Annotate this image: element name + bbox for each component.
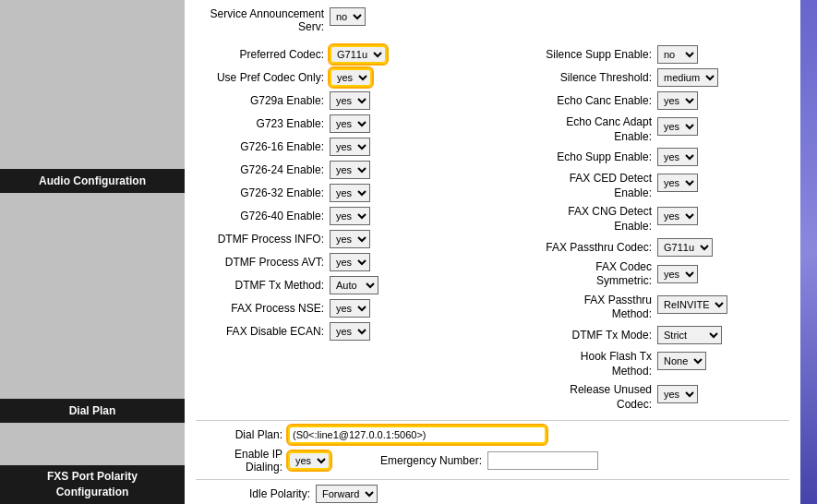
audio-config-header bbox=[196, 35, 789, 41]
g723-enable-row: G723 Enable: yesno bbox=[196, 114, 510, 134]
echo-supp-enable-select[interactable]: yesno bbox=[657, 148, 698, 166]
echo-canc-adapt-enable-select[interactable]: yesno bbox=[657, 117, 698, 136]
audio-config-form: Preferred Codec: G711uG711aG729a Use Pre… bbox=[196, 44, 789, 414]
dial-plan-section: Dial Plan: Enable IP Dialing: yesno Emer… bbox=[196, 420, 789, 474]
g729a-enable-row: G729a Enable: yesno bbox=[196, 90, 510, 111]
fax-codec-symmetric-label: FAX CodecSymmetric: bbox=[510, 260, 657, 289]
sidebar-item-dial-plan[interactable]: Dial Plan bbox=[0, 399, 185, 423]
main-content: Service Announcement Serv: no Preferred … bbox=[185, 0, 800, 504]
fax-cng-detect-label: FAX CNG DetectEnable: bbox=[510, 205, 657, 234]
g726-32-enable-label: G726-32 Enable: bbox=[196, 186, 330, 199]
fax-process-nse-row: FAX Process NSE: yesno bbox=[196, 298, 510, 318]
fax-passthru-codec-select[interactable]: G711uG711a bbox=[657, 238, 713, 257]
fax-cng-detect-select[interactable]: yesno bbox=[657, 207, 698, 225]
echo-supp-enable-row: Echo Supp Enable: yesno bbox=[510, 147, 789, 167]
g726-16-enable-row: G726-16 Enable: yesno bbox=[196, 137, 510, 157]
dial-plan-input[interactable] bbox=[288, 426, 547, 444]
silence-supp-enable-label: Silence Supp Enable: bbox=[510, 48, 657, 61]
service-announcement-select[interactable]: no bbox=[330, 7, 366, 26]
enable-ip-dialing-label: Enable IP Dialing: bbox=[196, 448, 288, 474]
use-pref-codec-select[interactable]: yesno bbox=[330, 68, 372, 87]
dtmf-tx-mode-label: DTMF Tx Mode: bbox=[510, 329, 657, 342]
right-scrollbar[interactable] bbox=[800, 0, 817, 504]
g726-40-enable-row: G726-40 Enable: yesno bbox=[196, 206, 510, 226]
use-pref-codec-label: Use Pref Codec Only: bbox=[196, 71, 330, 84]
fax-process-nse-label: FAX Process NSE: bbox=[196, 302, 330, 315]
g726-24-enable-select[interactable]: yesno bbox=[330, 161, 370, 179]
dtmf-process-info-row: DTMF Process INFO: yesno bbox=[196, 229, 510, 249]
dtmf-process-info-label: DTMF Process INFO: bbox=[196, 233, 330, 246]
g726-24-enable-row: G726-24 Enable: yesno bbox=[196, 160, 510, 180]
dial-plan-row: Dial Plan: bbox=[196, 425, 789, 445]
fax-ced-detect-label: FAX CED DetectEnable: bbox=[510, 172, 657, 200]
silence-threshold-select[interactable]: mediumlowhigh bbox=[657, 68, 718, 87]
g726-32-enable-select[interactable]: yesno bbox=[330, 184, 370, 202]
dtmf-tx-method-label: DTMF Tx Method: bbox=[196, 279, 330, 292]
preferred-codec-label: Preferred Codec: bbox=[196, 48, 330, 61]
release-unused-codec-row: Release UnusedCodec: yesno bbox=[510, 381, 789, 412]
idle-polarity-row: Idle Polarity: ForwardReverse bbox=[196, 484, 378, 504]
g723-enable-select[interactable]: yesno bbox=[330, 114, 370, 133]
fax-passthru-method-row: FAX PassthruMethod: ReINVITENSEPassThru bbox=[510, 292, 789, 322]
enable-ip-dialing-select[interactable]: yesno bbox=[288, 451, 330, 470]
silence-threshold-row: Silence Threshold: mediumlowhigh bbox=[510, 67, 789, 88]
fax-process-nse-select[interactable]: yesno bbox=[330, 299, 370, 318]
sidebar-item-audio-config[interactable]: Audio Configuration bbox=[0, 169, 185, 193]
dtmf-tx-mode-select[interactable]: StrictPassthru bbox=[657, 326, 722, 344]
fax-passthru-method-label: FAX PassthruMethod: bbox=[510, 294, 657, 322]
release-unused-codec-label: Release UnusedCodec: bbox=[510, 383, 657, 412]
release-unused-codec-select[interactable]: yesno bbox=[657, 385, 698, 403]
audio-right-col: Silence Supp Enable: noyes Silence Thres… bbox=[510, 44, 789, 414]
fax-disable-ecan-label: FAX Disable ECAN: bbox=[196, 325, 330, 338]
echo-canc-enable-select[interactable]: yesno bbox=[657, 91, 698, 110]
fax-ced-detect-select[interactable]: yesno bbox=[657, 174, 698, 192]
dtmf-tx-mode-row: DTMF Tx Mode: StrictPassthru bbox=[510, 325, 789, 345]
echo-canc-adapt-enable-row: Echo Canc AdaptEnable: yesno bbox=[510, 114, 789, 144]
fax-disable-ecan-row: FAX Disable ECAN: yesno bbox=[196, 321, 510, 342]
g726-24-enable-label: G726-24 Enable: bbox=[196, 163, 330, 176]
dial-plan-second-row: Enable IP Dialing: yesno Emergency Numbe… bbox=[196, 448, 789, 474]
g726-16-enable-select[interactable]: yesno bbox=[330, 138, 370, 156]
g723-enable-label: G723 Enable: bbox=[196, 117, 330, 130]
hook-flash-tx-method-row: Hook Flash TxMethod: NoneAVTFlash bbox=[510, 348, 789, 378]
hook-flash-tx-method-select[interactable]: NoneAVTFlash bbox=[657, 352, 706, 370]
emergency-number-input[interactable] bbox=[487, 451, 598, 470]
preferred-codec-select[interactable]: G711uG711aG729a bbox=[330, 45, 387, 64]
dtmf-process-avt-row: DTMF Process AVT: yesno bbox=[196, 252, 510, 272]
g726-40-enable-label: G726-40 Enable: bbox=[196, 210, 330, 222]
g726-16-enable-label: G726-16 Enable: bbox=[196, 140, 330, 153]
echo-canc-enable-row: Echo Canc Enable: yesno bbox=[510, 90, 789, 111]
dtmf-process-avt-select[interactable]: yesno bbox=[330, 253, 370, 271]
fax-codec-symmetric-row: FAX CodecSymmetric: yesno bbox=[510, 260, 789, 289]
emergency-number-label: Emergency Number: bbox=[367, 454, 487, 467]
g726-32-enable-row: G726-32 Enable: yesno bbox=[196, 183, 510, 203]
fax-cng-detect-row: FAX CNG DetectEnable: yesno bbox=[510, 203, 789, 234]
silence-threshold-label: Silence Threshold: bbox=[510, 71, 657, 84]
use-pref-codec-row: Use Pref Codec Only: yesno bbox=[196, 67, 510, 88]
audio-left-col: Preferred Codec: G711uG711aG729a Use Pre… bbox=[196, 44, 510, 414]
fax-codec-symmetric-select[interactable]: yesno bbox=[657, 265, 698, 283]
silence-supp-enable-select[interactable]: noyes bbox=[657, 45, 698, 64]
fax-passthru-method-select[interactable]: ReINVITENSEPassThru bbox=[657, 295, 727, 314]
idle-polarity-select[interactable]: ForwardReverse bbox=[316, 485, 378, 503]
dtmf-process-avt-label: DTMF Process AVT: bbox=[196, 256, 330, 269]
fax-ced-detect-row: FAX CED DetectEnable: yesno bbox=[510, 170, 789, 200]
dtmf-tx-method-select[interactable]: AutoAVTINFO bbox=[330, 276, 378, 294]
g726-40-enable-select[interactable]: yesno bbox=[330, 207, 370, 225]
dtmf-tx-method-row: DTMF Tx Method: AutoAVTINFO bbox=[196, 275, 510, 295]
sidebar: Audio Configuration Dial Plan FXS Port P… bbox=[0, 0, 185, 504]
echo-canc-enable-label: Echo Canc Enable: bbox=[510, 94, 657, 107]
echo-canc-adapt-enable-label: Echo Canc AdaptEnable: bbox=[510, 115, 657, 144]
g729a-enable-select[interactable]: yesno bbox=[330, 91, 370, 110]
g729a-enable-label: G729a Enable: bbox=[196, 94, 330, 107]
fxs-polarity-section: Idle Polarity: ForwardReverse Callee Con… bbox=[196, 479, 789, 504]
fax-passthru-codec-label: FAX Passthru Codec: bbox=[510, 241, 657, 254]
sidebar-item-fxs-polarity[interactable]: FXS Port PolarityConfiguration bbox=[0, 465, 185, 504]
preferred-codec-row: Preferred Codec: G711uG711aG729a bbox=[196, 44, 510, 65]
dtmf-process-info-select[interactable]: yesno bbox=[330, 230, 370, 248]
fax-disable-ecan-select[interactable]: yesno bbox=[330, 322, 370, 341]
silence-supp-enable-row: Silence Supp Enable: noyes bbox=[510, 44, 789, 65]
hook-flash-tx-method-label: Hook Flash TxMethod: bbox=[510, 350, 657, 378]
preferred-codec-control: G711uG711aG729a bbox=[330, 45, 387, 64]
echo-supp-enable-label: Echo Supp Enable: bbox=[510, 150, 657, 163]
